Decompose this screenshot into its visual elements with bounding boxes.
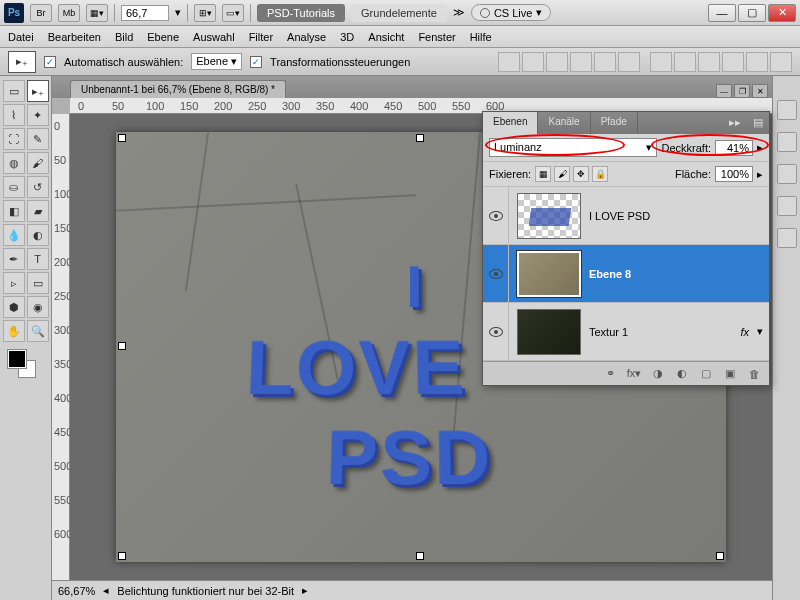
blend-mode-dropdown[interactable]: Luminanz ▾ (489, 138, 657, 157)
lock-all-icon[interactable]: 🔒 (592, 166, 608, 182)
align-vcenter-icon[interactable] (522, 52, 544, 72)
align-hcenter-icon[interactable] (594, 52, 616, 72)
transform-handle[interactable] (416, 134, 424, 142)
layer-name[interactable]: I LOVE PSD (589, 210, 769, 222)
status-zoom[interactable]: 66,67% (58, 585, 95, 597)
workspace-tab-grundelemente[interactable]: Grundelemente (351, 4, 447, 22)
lock-position-icon[interactable]: ✥ (573, 166, 589, 182)
dock-channels-icon[interactable] (777, 132, 797, 152)
chevron-down-icon[interactable]: ▾ (757, 325, 763, 338)
distribute-top-icon[interactable] (650, 52, 672, 72)
layer-thumbnail[interactable] (517, 309, 581, 355)
status-nav-right-icon[interactable]: ▸ (302, 584, 308, 597)
menu-3d[interactable]: 3D (340, 31, 354, 43)
minibridge-button[interactable]: Mb (58, 4, 80, 22)
fill-field[interactable]: 100% (715, 166, 753, 182)
screen-mode-button[interactable]: ▦▾ (86, 4, 108, 22)
3d-tool[interactable]: ⬢ (3, 296, 25, 318)
link-layers-icon[interactable]: ⚭ (601, 366, 619, 382)
distribute-hcenter-icon[interactable] (746, 52, 768, 72)
window-minimize-button[interactable]: — (708, 4, 736, 22)
transform-handle[interactable] (118, 342, 126, 350)
dock-history-icon[interactable] (777, 196, 797, 216)
align-top-icon[interactable] (498, 52, 520, 72)
path-select-tool[interactable]: ▹ (3, 272, 25, 294)
status-nav-left-icon[interactable]: ◂ (103, 584, 109, 597)
panel-menu-icon[interactable]: ▤ (747, 112, 769, 134)
layer-fx-badge[interactable]: fx (740, 326, 749, 338)
blur-tool[interactable]: 💧 (3, 224, 25, 246)
visibility-eye-icon[interactable] (489, 327, 503, 337)
delete-layer-icon[interactable]: 🗑 (745, 366, 763, 382)
document-tab[interactable]: Unbenannt-1 bei 66,7% (Ebene 8, RGB/8) * (70, 80, 286, 98)
layer-name[interactable]: Ebene 8 (589, 268, 769, 280)
visibility-eye-icon[interactable] (489, 269, 503, 279)
workspace-more-icon[interactable]: ≫ (453, 6, 465, 19)
eyedropper-tool[interactable]: ✎ (27, 128, 49, 150)
layer-thumbnail[interactable] (517, 193, 581, 239)
group-layers-icon[interactable]: ▢ (697, 366, 715, 382)
shape-tool[interactable]: ▭ (27, 272, 49, 294)
tab-pfade[interactable]: Pfade (591, 112, 638, 134)
transform-handle[interactable] (716, 552, 724, 560)
auto-select-checkbox[interactable]: ✓ (44, 56, 56, 68)
lasso-tool[interactable]: ⌇ (3, 104, 25, 126)
panel-collapse-icon[interactable]: ▸▸ (723, 112, 747, 134)
align-right-icon[interactable] (618, 52, 640, 72)
bridge-button[interactable]: Br (30, 4, 52, 22)
menu-analyse[interactable]: Analyse (287, 31, 326, 43)
menu-filter[interactable]: Filter (249, 31, 273, 43)
workspace-tab-psd-tutorials[interactable]: PSD-Tutorials (257, 4, 345, 22)
layer-fx-icon[interactable]: fx▾ (625, 366, 643, 382)
doc-restore-icon[interactable]: ❐ (734, 84, 750, 98)
transform-handle[interactable] (118, 134, 126, 142)
distribute-vcenter-icon[interactable] (674, 52, 696, 72)
new-layer-icon[interactable]: ▣ (721, 366, 739, 382)
transform-controls-checkbox[interactable]: ✓ (250, 56, 262, 68)
arrange-documents-button[interactable]: ▭▾ (222, 4, 244, 22)
foreground-color-swatch[interactable] (8, 350, 26, 368)
vertical-ruler[interactable]: 0 50 100 150 200 250 300 350 400 450 500… (52, 114, 70, 580)
adjustment-layer-icon[interactable]: ◐ (673, 366, 691, 382)
pen-tool[interactable]: ✒ (3, 248, 25, 270)
gradient-tool[interactable]: ▰ (27, 200, 49, 222)
dock-layers-icon[interactable] (777, 100, 797, 120)
history-brush-tool[interactable]: ↺ (27, 176, 49, 198)
hand-tool[interactable]: ✋ (3, 320, 25, 342)
spot-heal-tool[interactable]: ◍ (3, 152, 25, 174)
layer-thumbnail[interactable] (517, 251, 581, 297)
align-bottom-icon[interactable] (546, 52, 568, 72)
brush-tool[interactable]: 🖌 (27, 152, 49, 174)
distribute-right-icon[interactable] (770, 52, 792, 72)
layer-row-selected[interactable]: Ebene 8 (483, 245, 769, 303)
distribute-bottom-icon[interactable] (698, 52, 720, 72)
dodge-tool[interactable]: ◐ (27, 224, 49, 246)
tab-kanaele[interactable]: Kanäle (538, 112, 590, 134)
menu-hilfe[interactable]: Hilfe (470, 31, 492, 43)
3d-camera-tool[interactable]: ◉ (27, 296, 49, 318)
move-tool[interactable]: ▸₊ (27, 80, 49, 102)
dock-actions-icon[interactable] (777, 228, 797, 248)
lock-pixels-icon[interactable]: 🖌 (554, 166, 570, 182)
menu-ansicht[interactable]: Ansicht (368, 31, 404, 43)
current-tool-icon[interactable]: ▸₊ (8, 51, 36, 73)
layer-row[interactable]: I LOVE PSD (483, 187, 769, 245)
doc-close-icon[interactable]: ✕ (752, 84, 768, 98)
zoom-field[interactable]: 66,7 (121, 5, 169, 21)
view-extras-button[interactable]: ⊞▾ (194, 4, 216, 22)
menu-bild[interactable]: Bild (115, 31, 133, 43)
window-close-button[interactable]: ✕ (768, 4, 796, 22)
window-maximize-button[interactable]: ▢ (738, 4, 766, 22)
tab-ebenen[interactable]: Ebenen (483, 112, 538, 134)
menu-auswahl[interactable]: Auswahl (193, 31, 235, 43)
menu-ebene[interactable]: Ebene (147, 31, 179, 43)
marquee-tool[interactable]: ▭ (3, 80, 25, 102)
transform-handle[interactable] (118, 552, 126, 560)
menu-bearbeiten[interactable]: Bearbeiten (48, 31, 101, 43)
layer-mask-icon[interactable]: ◑ (649, 366, 667, 382)
magic-wand-tool[interactable]: ✦ (27, 104, 49, 126)
dock-paths-icon[interactable] (777, 164, 797, 184)
type-tool[interactable]: T (27, 248, 49, 270)
cs-live-button[interactable]: CS Live▾ (471, 4, 552, 21)
eraser-tool[interactable]: ◧ (3, 200, 25, 222)
